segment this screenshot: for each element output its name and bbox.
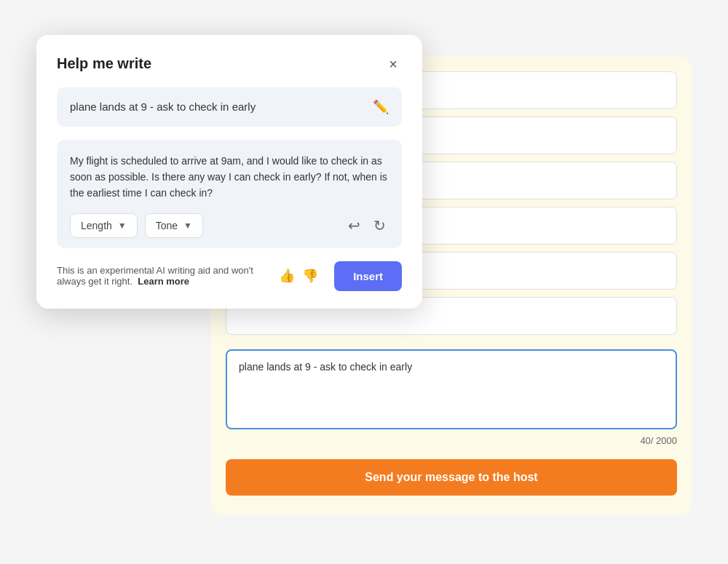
controls-right: ↩ ↻	[345, 214, 389, 237]
generated-area: My flight is scheduled to arrive at 9am,…	[57, 140, 402, 248]
help-me-write-modal: Help me write × plane lands at 9 - ask t…	[36, 35, 422, 309]
tone-arrow-icon: ▼	[183, 221, 192, 231]
controls-left: Length ▼ Tone ▼	[70, 213, 203, 238]
tone-dropdown[interactable]: Tone ▼	[145, 213, 203, 238]
controls-row: Length ▼ Tone ▼ ↩ ↻	[70, 213, 389, 238]
thumbs-down-button[interactable]: 👎	[301, 266, 320, 285]
refresh-button[interactable]: ↻	[371, 214, 389, 237]
length-arrow-icon: ▼	[118, 221, 127, 231]
feedback-icons: 👍 👎	[277, 266, 320, 285]
close-button[interactable]: ×	[384, 55, 402, 73]
undo-button[interactable]: ↩	[345, 214, 363, 237]
length-dropdown[interactable]: Length ▼	[70, 213, 138, 238]
message-textarea[interactable]: plane lands at 9 - ask to check in early	[226, 349, 677, 429]
char-count: 40/ 2000	[226, 435, 677, 446]
tone-label: Tone	[156, 220, 178, 231]
length-label: Length	[81, 220, 112, 231]
input-summary-row: plane lands at 9 - ask to check in early…	[57, 87, 402, 127]
thumbs-up-button[interactable]: 👍	[277, 266, 296, 285]
disclaimer-text: This is an experimental AI writing aid a…	[57, 265, 269, 287]
modal-title: Help me write	[57, 55, 151, 72]
edit-icon[interactable]: ✏️	[373, 99, 389, 115]
learn-more-link[interactable]: Learn more	[138, 276, 189, 287]
input-summary-text: plane lands at 9 - ask to check in early	[70, 100, 256, 113]
send-button[interactable]: Send your message to the host	[226, 459, 677, 496]
message-textarea-wrapper: plane lands at 9 - ask to check in early…	[226, 349, 677, 446]
modal-header: Help me write ×	[57, 55, 402, 73]
modal-footer: This is an experimental AI writing aid a…	[57, 261, 402, 291]
insert-button[interactable]: Insert	[334, 261, 402, 291]
generated-text: My flight is scheduled to arrive at 9am,…	[70, 153, 389, 202]
